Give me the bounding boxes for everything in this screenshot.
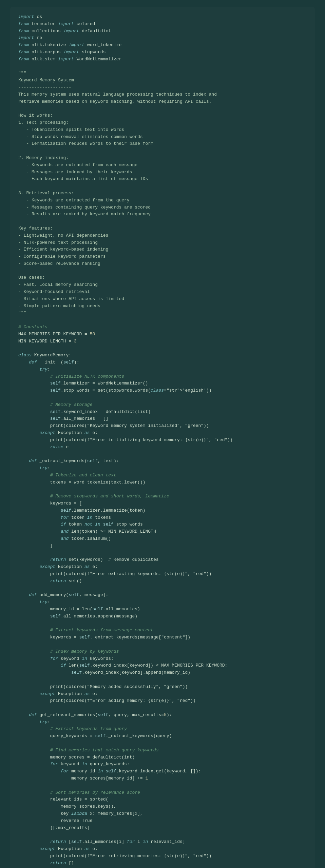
code-editor: import os from termcolor import colored … [10,7,315,868]
